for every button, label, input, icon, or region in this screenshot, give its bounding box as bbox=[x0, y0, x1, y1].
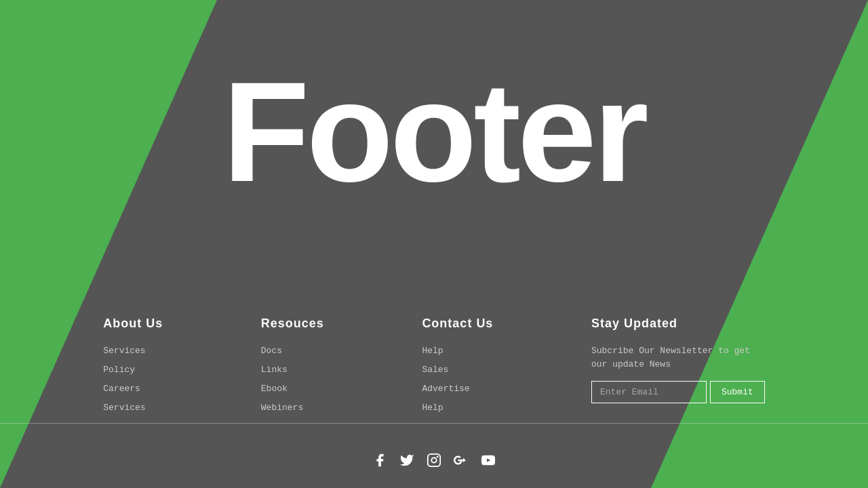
resources-docs-link[interactable]: Docs bbox=[261, 346, 282, 356]
list-item: Webiners bbox=[261, 401, 324, 413]
about-us-links: Services Policy Careers Services bbox=[103, 344, 163, 413]
contact-help-link-2[interactable]: Help bbox=[422, 403, 443, 413]
youtube-icon[interactable] bbox=[481, 453, 496, 471]
instagram-icon[interactable] bbox=[427, 453, 441, 471]
newsletter-form: Submit bbox=[591, 381, 765, 403]
footer-column-contact-us: Contact Us Help Sales Advertise Help bbox=[422, 317, 493, 420]
list-item: Docs bbox=[261, 344, 324, 357]
list-item: Help bbox=[422, 401, 493, 413]
list-item: Advertise bbox=[422, 382, 493, 394]
svg-point-1 bbox=[431, 458, 436, 462]
about-careers-link[interactable]: Careers bbox=[103, 384, 140, 394]
stay-updated-heading: Stay Updated bbox=[591, 317, 765, 331]
about-us-heading: About Us bbox=[103, 317, 163, 331]
resources-ebook-link[interactable]: Ebook bbox=[261, 384, 288, 394]
list-item: Services bbox=[103, 344, 163, 357]
list-item: Links bbox=[261, 363, 324, 375]
about-services-link-2[interactable]: Services bbox=[103, 403, 145, 413]
footer-columns: About Us Services Policy Careers Service… bbox=[0, 317, 868, 420]
facebook-icon[interactable] bbox=[372, 453, 387, 471]
about-policy-link[interactable]: Policy bbox=[103, 365, 135, 375]
resources-heading: Resouces bbox=[261, 317, 324, 331]
list-item: Ebook bbox=[261, 382, 324, 394]
footer-divider bbox=[0, 423, 868, 424]
email-input[interactable] bbox=[591, 381, 707, 403]
list-item: Services bbox=[103, 401, 163, 413]
svg-rect-0 bbox=[428, 454, 440, 466]
contact-advertise-link[interactable]: Advertise bbox=[422, 384, 469, 394]
page-title: Footer bbox=[222, 50, 645, 214]
twitter-icon[interactable] bbox=[399, 453, 414, 471]
list-item: Policy bbox=[103, 363, 163, 375]
contact-help-link-1[interactable]: Help bbox=[422, 346, 443, 356]
newsletter-description: Subcribe Our Newsletter to get our updat… bbox=[591, 344, 761, 371]
footer-column-resources: Resouces Docs Links Ebook Webiners bbox=[261, 317, 324, 420]
contact-us-heading: Contact Us bbox=[422, 317, 493, 331]
svg-point-2 bbox=[437, 456, 439, 458]
resources-links-link[interactable]: Links bbox=[261, 365, 288, 375]
resources-webiners-link[interactable]: Webiners bbox=[261, 403, 303, 413]
contact-sales-link[interactable]: Sales bbox=[422, 365, 448, 375]
hero-section: Footer bbox=[0, 0, 868, 264]
submit-button[interactable]: Submit bbox=[710, 381, 765, 403]
footer-column-stay-updated: Stay Updated Subcribe Our Newsletter to … bbox=[591, 317, 765, 403]
list-item: Careers bbox=[103, 382, 163, 394]
google-plus-icon[interactable] bbox=[454, 453, 469, 471]
footer-column-about-us: About Us Services Policy Careers Service… bbox=[103, 317, 163, 420]
resources-links: Docs Links Ebook Webiners bbox=[261, 344, 324, 413]
social-icons-container bbox=[372, 453, 496, 471]
list-item: Sales bbox=[422, 363, 493, 375]
contact-us-links: Help Sales Advertise Help bbox=[422, 344, 493, 413]
list-item: Help bbox=[422, 344, 493, 357]
social-bar bbox=[0, 453, 868, 471]
about-services-link-1[interactable]: Services bbox=[103, 346, 145, 356]
